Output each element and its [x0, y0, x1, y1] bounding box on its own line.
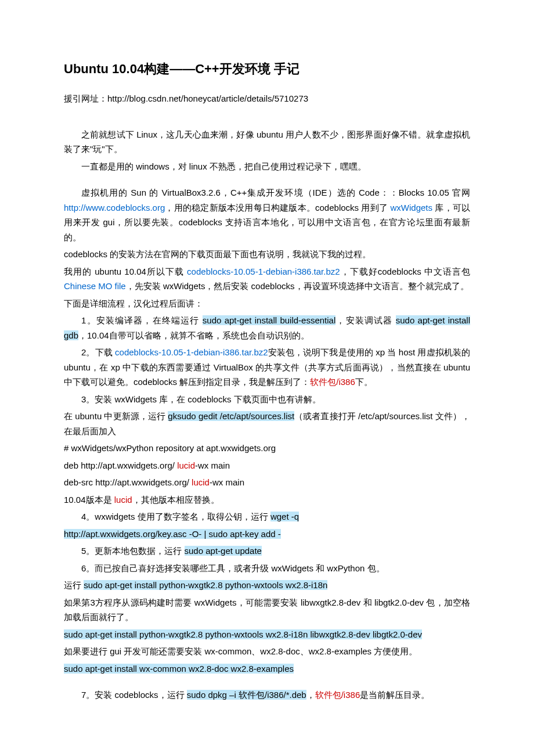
- wxwidgets-link[interactable]: wxWidgets: [390, 203, 432, 213]
- intro-p1: 之前就想试下 Linux，这几天心血来潮，好像 ubuntu 用户人数不少，图形…: [64, 127, 470, 157]
- step-7: 7。安装 codeblocks，运行 sudo dpkg –i 软件包/i386…: [64, 687, 470, 703]
- path-i386-2: 软件包/i386: [315, 690, 360, 700]
- codeblocks-tar-link[interactable]: codeblocks-10.05-1-debian-i386.tar.bz2: [187, 267, 340, 276]
- env-line1: 虚拟机用的 Sun 的 VirtualBox3.2.6，C++集成开发环境（ID…: [64, 185, 470, 244]
- cmd-gksudo-gedit: gksudo gedit /etc/apt/sources.list: [168, 411, 294, 421]
- cmd-wget: wget -q: [270, 512, 299, 521]
- path-i386: 软件包/i386: [310, 377, 355, 387]
- step-4-cont: http://apt.wxwidgets.org/key.asc -O- | s…: [64, 527, 470, 542]
- step-1: 1。安装编译器，在终端运行 sudo apt-get install build…: [64, 313, 470, 343]
- step-6-cmd3: sudo apt-get install wx-common wx2.8-doc…: [64, 661, 470, 676]
- codeblocks-link[interactable]: http://www.codeblocks.org: [64, 203, 165, 213]
- step-6-cmd2: sudo apt-get install python-wxgtk2.8 pyt…: [64, 627, 470, 642]
- env-line5: 下面是详细流程，汉化过程后面讲：: [64, 296, 470, 311]
- cmd-install-wx: sudo apt-get install python-wxgtk2.8 pyt…: [84, 580, 327, 590]
- step-6-note1: 如果第3方程序从源码构建时需要 wxWidgets，可能需要安装 libwxgt…: [64, 595, 470, 625]
- env-line3: codeblocks 的安装方法在官网的下载页面最下面也有说明，我就说下我的过程…: [64, 247, 470, 262]
- step-6-run: 运行 sudo apt-get install python-wxgtk2.8 …: [64, 578, 470, 593]
- step-4: 4。wxwidgets 使用了数字签名，取得公钥，运行 wget -q: [64, 509, 470, 524]
- step-6: 6。而已按自己喜好选择安装哪些工具，或者升级 wxWidgets 和 wxPyt…: [64, 561, 470, 576]
- step-3-run: 在 ubuntu 中更新源，运行 gksudo gedit /etc/apt/s…: [64, 409, 470, 438]
- cmd-apt-update: sudo apt-get update: [185, 546, 262, 556]
- repo-deb: deb http://apt.wxwidgets.org/ lucid-wx m…: [64, 458, 470, 473]
- source-line: 援引网址：http://blog.csdn.net/honeycat/artic…: [64, 91, 470, 106]
- step-3: 3。安装 wxWidgets 库，在 codeblocks 下载页面中也有讲解。: [64, 392, 470, 407]
- repo-deb-src: deb-src http://apt.wxwidgets.org/ lucid-…: [64, 475, 470, 490]
- cmd-dpkg: sudo dpkg –i 软件包/i386/*.deb: [187, 690, 306, 700]
- repo-comment: # wxWidgets/wxPython repository at apt.w…: [64, 441, 470, 456]
- step-2: 2。下载 codeblocks-10.05-1-debian-i386.tar.…: [64, 345, 470, 390]
- lucid-note: 10.04版本是 lucid，其他版本相应替换。: [64, 492, 470, 507]
- cmd-wget-cont: http://apt.wxwidgets.org/key.asc -O- | s…: [64, 529, 281, 539]
- intro-p2: 一直都是用的 windows，对 linux 不熟悉，把自己使用过程记录下，嘿嘿…: [64, 159, 470, 174]
- page-title: Ubuntu 10.04构建——C++开发环境 手记: [64, 58, 470, 80]
- source-prefix: 援引网址：: [64, 93, 107, 103]
- cmd-install-wx-dev: sudo apt-get install python-wxgtk2.8 pyt…: [64, 629, 422, 639]
- step-6-note2: 如果要进行 gui 开发可能还需要安装 wx-common、wx2.8-doc、…: [64, 644, 470, 659]
- codeblocks-tar-link2[interactable]: codeblocks-10.05-1-debian-i386.tar.bz2: [115, 347, 268, 357]
- step-5: 5。更新本地包数据，运行 sudo apt-get update: [64, 543, 470, 559]
- source-url: http://blog.csdn.net/honeycat/article/de…: [107, 93, 308, 103]
- env-line4: 我用的 ubuntu 10.04所以下载 codeblocks-10.05-1-…: [64, 264, 470, 294]
- cmd-build-essential: sudo apt-get install build-essential: [203, 315, 335, 325]
- cmd-install-wx-common: sudo apt-get install wx-common wx2.8-doc…: [64, 664, 294, 674]
- chinese-mo-link[interactable]: Chinese MO file: [64, 281, 126, 291]
